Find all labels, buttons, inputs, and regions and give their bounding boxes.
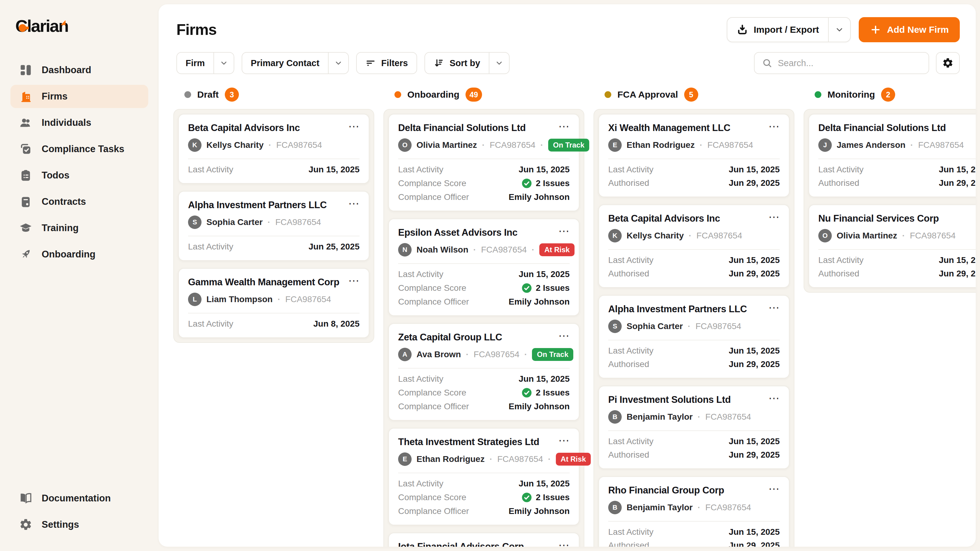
avatar: J xyxy=(818,138,832,152)
field-label: Last Activity xyxy=(608,346,654,356)
card-contact-row: JJames Anderson·FCA987654 xyxy=(818,138,976,152)
search-box[interactable] xyxy=(754,52,929,74)
field-value-text: Jun 29, 2025 xyxy=(729,359,780,369)
field-value-text: Jun 15, 2025 xyxy=(729,255,780,265)
firm-card[interactable]: Theta Investment Strategies Ltd⋯EEthan R… xyxy=(388,428,579,525)
card-divider xyxy=(608,159,780,159)
contact-name: Liam Thompson xyxy=(207,294,272,304)
sort-icon xyxy=(434,58,444,68)
firm-card[interactable]: Gamma Wealth Management Corp⋯LLiam Thomp… xyxy=(178,268,369,338)
fca-reference: FCA987654 xyxy=(285,294,331,304)
firm-card[interactable]: Nu Financial Services Corp⋯OOlivia Marti… xyxy=(808,205,976,288)
card-menu-button[interactable]: ⋯ xyxy=(558,541,570,547)
firm-card[interactable]: Delta Financial Solutions Ltd⋯JJames And… xyxy=(808,114,976,197)
field-value: Jun 15, 2025 xyxy=(939,165,976,175)
contact-name: Noah Wilson xyxy=(417,245,468,255)
field-label: Authorised xyxy=(608,269,649,279)
primary-contact-dropdown[interactable]: Primary Contact xyxy=(242,52,349,74)
column-card-list: Xi Wealth Management LLC⋯EEthan Rodrigue… xyxy=(593,109,794,547)
firm-card[interactable]: Xi Wealth Management LLC⋯EEthan Rodrigue… xyxy=(598,114,789,197)
field-value-text: Jun 29, 2025 xyxy=(729,269,780,279)
card-menu-button[interactable]: ⋯ xyxy=(348,277,360,285)
card-field-row: Last ActivityJun 15, 2025 xyxy=(608,527,780,537)
card-field-row: AuthorisedJun 29, 2025 xyxy=(818,178,976,188)
field-label: Last Activity xyxy=(398,269,444,279)
field-value: Jun 15, 2025 xyxy=(729,346,780,356)
sidebar-item-settings[interactable]: Settings xyxy=(10,513,148,536)
firm-card[interactable]: Zeta Capital Group LLC⋯AAva Brown·FCA987… xyxy=(388,323,579,421)
field-value-text: Jun 15, 2025 xyxy=(519,269,570,279)
card-contact-row: SSophia Carter·FCA987654 xyxy=(608,319,780,333)
separator-dot: · xyxy=(489,454,492,464)
firm-filter-dropdown[interactable]: Firm xyxy=(177,52,234,74)
card-header-row: Theta Investment Strategies Ltd⋯ xyxy=(398,437,570,448)
card-contact-row: OOlivia Martinez·FCA987654 xyxy=(818,229,976,243)
import-export-label: Import / Export xyxy=(754,24,819,35)
card-field-row: AuthorisedJun 29, 2025 xyxy=(608,450,780,460)
firm-card[interactable]: Iota Financial Advisors Corp⋯BBenjamin T… xyxy=(388,533,579,547)
firm-name: Iota Financial Advisors Corp xyxy=(398,541,524,547)
field-label: Last Activity xyxy=(188,242,233,252)
firm-card[interactable]: Beta Capital Advisors Inc⋯KKellys Charit… xyxy=(178,114,369,184)
chevron-down-icon[interactable] xyxy=(829,18,850,41)
sidebar-item-dashboard[interactable]: Dashboard xyxy=(10,59,148,82)
sidebar-item-contracts[interactable]: Contracts xyxy=(10,190,148,213)
card-menu-button[interactable]: ⋯ xyxy=(348,200,360,208)
card-menu-button[interactable]: ⋯ xyxy=(768,394,780,402)
avatar: O xyxy=(818,229,832,243)
firm-card[interactable]: Beta Capital Advisors Inc⋯KKellys Charit… xyxy=(598,205,789,288)
column-card-list: Delta Financial Solutions Ltd⋯JJames And… xyxy=(803,109,976,293)
card-menu-button[interactable]: ⋯ xyxy=(768,485,780,493)
firm-card[interactable]: Rho Financial Group Corp⋯BBenjamin Taylo… xyxy=(598,476,789,547)
firm-card[interactable]: Delta Financial Solutions Ltd⋯OOlivia Ma… xyxy=(388,114,579,211)
field-label: Authorised xyxy=(608,359,649,369)
sidebar-item-compliance-tasks[interactable]: Compliance Tasks xyxy=(10,137,148,161)
board-column-draft: Draft3Beta Capital Advisors Inc⋯KKellys … xyxy=(173,87,374,343)
card-field-row: Complance OfficerEmily Johnson xyxy=(398,402,570,411)
field-value: Jun 29, 2025 xyxy=(729,269,780,279)
firm-card[interactable]: Alpha Investment Partners LLC⋯SSophia Ca… xyxy=(178,191,369,261)
sidebar: Clarian Dashboard Firms xyxy=(0,0,159,551)
fca-reference: FCA987654 xyxy=(276,140,322,150)
firm-card[interactable]: Alpha Investment Partners LLC⋯SSophia Ca… xyxy=(598,295,789,378)
contact-name: Olivia Martinez xyxy=(837,231,897,241)
firm-card[interactable]: Pi Investment Solutions Ltd⋯BBenjamin Ta… xyxy=(598,386,789,469)
card-menu-button[interactable]: ⋯ xyxy=(558,437,570,445)
card-menu-button[interactable]: ⋯ xyxy=(348,122,360,130)
sidebar-item-label: Documentation xyxy=(41,493,111,504)
card-menu-button[interactable]: ⋯ xyxy=(558,122,570,130)
board-settings-button[interactable] xyxy=(936,52,960,74)
field-label: Complance Score xyxy=(398,388,466,398)
avatar: L xyxy=(188,293,202,306)
card-menu-button[interactable]: ⋯ xyxy=(558,227,570,235)
fca-reference: FCA987654 xyxy=(918,140,964,150)
separator-dot: · xyxy=(910,140,913,150)
add-new-firm-button[interactable]: Add New Firm xyxy=(859,17,960,42)
sidebar-item-training[interactable]: Training xyxy=(10,216,148,240)
sidebar-item-onboarding[interactable]: Onboarding xyxy=(10,243,148,266)
search-input[interactable] xyxy=(778,58,921,68)
firm-name: Rho Financial Group Corp xyxy=(608,485,724,496)
card-menu-button[interactable]: ⋯ xyxy=(768,304,780,311)
field-value: Jun 15, 2025 xyxy=(729,165,780,175)
toolbar-filters: Firm Primary Contact xyxy=(177,52,510,74)
import-export-button[interactable]: Import / Export xyxy=(727,17,851,42)
check-circle-icon xyxy=(522,387,532,398)
sidebar-item-todos[interactable]: Todos xyxy=(10,164,148,187)
card-menu-button[interactable]: ⋯ xyxy=(558,332,570,340)
field-value: Emily Johnson xyxy=(509,506,570,516)
firm-card[interactable]: Epsilon Asset Advisors Inc⋯NNoah Wilson·… xyxy=(388,219,579,316)
field-value-text: Jun 15, 2025 xyxy=(939,165,976,175)
sidebar-item-documentation[interactable]: Documentation xyxy=(10,487,148,510)
sidebar-item-firms[interactable]: Firms xyxy=(10,85,148,108)
card-menu-button[interactable]: ⋯ xyxy=(768,213,780,221)
avatar: B xyxy=(608,410,622,424)
contact-name: Ava Brown xyxy=(417,349,461,359)
sidebar-item-individuals[interactable]: Individuals xyxy=(10,111,148,134)
filters-button[interactable]: Filters xyxy=(356,52,417,74)
card-field-row: Last ActivityJun 15, 2025 xyxy=(398,165,570,175)
card-contact-row: EEthan Rodriguez·FCA987654·At Risk xyxy=(398,453,570,466)
primary-contact-label: Primary Contact xyxy=(251,58,320,68)
card-menu-button[interactable]: ⋯ xyxy=(768,122,780,130)
sort-by-dropdown[interactable]: Sort by xyxy=(425,52,510,74)
